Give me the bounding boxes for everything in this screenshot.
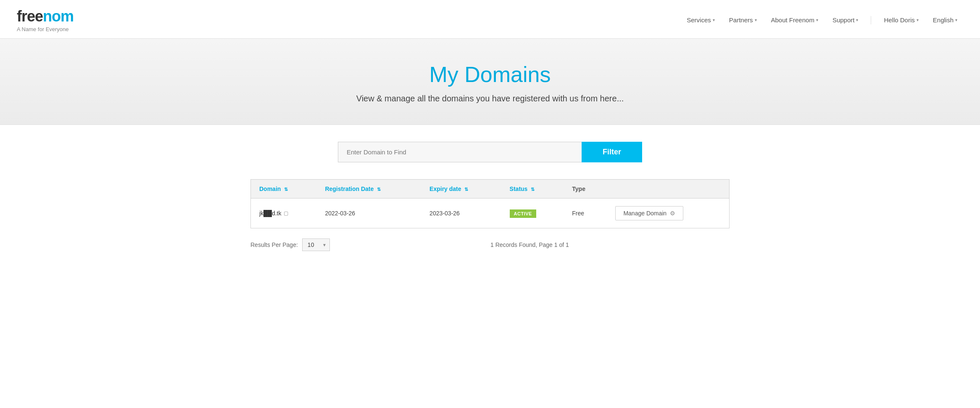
- cell-registration-date: 2022-03-26: [316, 199, 421, 228]
- status-badge: ACTIVE: [510, 209, 536, 218]
- sort-icon: ⇅: [284, 187, 288, 192]
- search-row: Filter: [250, 142, 730, 162]
- chevron-down-icon: ▾: [856, 18, 858, 22]
- chevron-down-icon: ▾: [917, 18, 919, 22]
- pagination-row: Results Per Page: 10 25 50 100 1 Records…: [250, 238, 730, 251]
- domain-link[interactable]: jk██d.tk ▢: [259, 210, 308, 217]
- chevron-down-icon: ▾: [713, 18, 715, 22]
- col-domain[interactable]: Domain ⇅: [251, 180, 317, 199]
- logo-nom-text: nom: [43, 8, 74, 25]
- nav-language-label: English: [933, 16, 954, 24]
- col-type: Type: [564, 180, 607, 199]
- table-body: jk██d.tk ▢ 2022-03-26 2023-03-26 ACTIVE …: [251, 199, 730, 228]
- cell-status: ACTIVE: [501, 199, 564, 228]
- cell-action: Manage Domain ⚙: [607, 199, 729, 228]
- manage-domain-label: Manage Domain: [623, 210, 667, 217]
- col-status[interactable]: Status ⇅: [501, 180, 564, 199]
- sort-icon: ⇅: [531, 187, 535, 192]
- main-content: Filter Domain ⇅ Registration Date ⇅ Expi…: [238, 125, 742, 268]
- results-per-page-select[interactable]: 10 25 50 100: [302, 238, 330, 251]
- nav-services-label: Services: [687, 16, 711, 24]
- filter-button[interactable]: Filter: [582, 142, 642, 162]
- table-header-row: Domain ⇅ Registration Date ⇅ Expiry date…: [251, 180, 730, 199]
- external-link-icon: ▢: [284, 210, 288, 216]
- logo: free nom: [17, 8, 74, 25]
- header: free nom A Name for Everyone Services ▾ …: [0, 0, 980, 39]
- nav-user[interactable]: Hello Doris ▾: [878, 14, 924, 26]
- results-per-page-label: Results Per Page:: [250, 241, 298, 248]
- logo-area: free nom A Name for Everyone: [17, 8, 74, 32]
- col-expiry-date[interactable]: Expiry date ⇅: [421, 180, 501, 199]
- chevron-down-icon: ▾: [755, 18, 757, 22]
- col-action: [607, 180, 729, 199]
- hero-banner: My Domains View & manage all the domains…: [0, 39, 980, 125]
- nav-about-label: About Freenom: [771, 16, 814, 24]
- domains-table: Domain ⇅ Registration Date ⇅ Expiry date…: [250, 179, 730, 228]
- main-nav: Services ▾ Partners ▾ About Freenom ▾ Su…: [681, 14, 963, 26]
- nav-about[interactable]: About Freenom ▾: [765, 14, 824, 26]
- logo-tagline: A Name for Everyone: [17, 26, 74, 32]
- nav-services[interactable]: Services ▾: [681, 14, 721, 26]
- nav-language[interactable]: English ▾: [927, 14, 963, 26]
- logo-free-text: free: [17, 8, 43, 25]
- col-registration-date[interactable]: Registration Date ⇅: [316, 180, 421, 199]
- nav-partners-label: Partners: [729, 16, 753, 24]
- sort-icon: ⇅: [464, 187, 468, 192]
- nav-support-label: Support: [832, 16, 855, 24]
- sort-icon: ⇅: [377, 187, 381, 192]
- search-input[interactable]: [338, 142, 582, 162]
- results-per-page-wrapper: 10 25 50 100: [302, 238, 330, 251]
- nav-support[interactable]: Support ▾: [827, 14, 864, 26]
- table-header: Domain ⇅ Registration Date ⇅ Expiry date…: [251, 180, 730, 199]
- gear-icon: ⚙: [670, 210, 675, 217]
- records-info: 1 Records Found, Page 1 of 1: [330, 241, 730, 248]
- cell-expiry-date: 2023-03-26: [421, 199, 501, 228]
- chevron-down-icon: ▾: [955, 18, 957, 22]
- manage-domain-button[interactable]: Manage Domain ⚙: [615, 206, 683, 220]
- domain-name: jk██d.tk: [259, 210, 282, 217]
- cell-type: Free: [564, 199, 607, 228]
- nav-partners[interactable]: Partners ▾: [723, 14, 763, 26]
- table-row: jk██d.tk ▢ 2022-03-26 2023-03-26 ACTIVE …: [251, 199, 730, 228]
- chevron-down-icon: ▾: [816, 18, 818, 22]
- cell-domain: jk██d.tk ▢: [251, 199, 317, 228]
- hero-subtitle: View & manage all the domains you have r…: [8, 94, 972, 103]
- nav-user-label: Hello Doris: [884, 16, 914, 24]
- nav-divider: [871, 16, 871, 24]
- page-title: My Domains: [8, 62, 972, 87]
